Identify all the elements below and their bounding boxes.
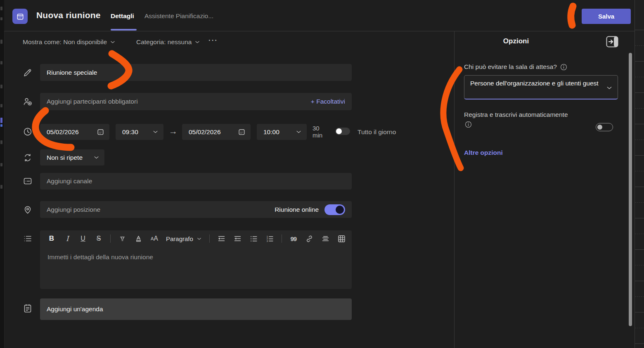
bold-button[interactable]: B: [47, 234, 56, 244]
description-editor[interactable]: B I U S AA Paragrafo: [40, 230, 352, 289]
chevron-down-icon: [606, 85, 613, 91]
toggle-knob: [336, 128, 342, 134]
calendar-gridline: [635, 296, 644, 297]
annotation-paren-options: [443, 69, 461, 168]
calendar-gridline: [635, 218, 644, 218]
calendar-gridline: [635, 281, 644, 281]
all-day-label: Tutto il giorno: [358, 128, 396, 136]
add-location-input[interactable]: Aggiungi posizione Riunione online: [40, 201, 352, 218]
description-placeholder: Immetti i dettagli della nuova riunione: [47, 253, 153, 261]
clipped-app-rail: [0, 0, 5, 348]
calendar-gridline: [635, 155, 644, 156]
start-time-picker[interactable]: 09:30: [116, 124, 163, 140]
calendar-gridline: [635, 92, 644, 93]
duration-label: 30 min: [313, 125, 322, 139]
link-icon[interactable]: [305, 234, 314, 244]
end-date-picker[interactable]: 05/02/2026: [182, 124, 251, 140]
optional-participants-link[interactable]: + Facoltativi: [311, 98, 345, 105]
teams-new-meeting-window: Nuova riunione Dettagli Assistente Piani…: [0, 0, 644, 348]
pencil-icon: [23, 68, 33, 78]
date-range-arrow: →: [169, 126, 178, 136]
record-transcribe-label: Registra e trascrivi automaticamente: [464, 111, 588, 118]
calendar-gridline: [635, 343, 644, 344]
insert-table-button[interactable]: [337, 234, 346, 244]
outdent-button[interactable]: [217, 234, 226, 244]
tab-dettagli[interactable]: Dettagli: [111, 12, 134, 20]
participants-placeholder: Aggiungi partecipanti obbligatori: [47, 98, 138, 105]
recurrence-dropdown[interactable]: Non si ripete: [40, 149, 104, 166]
align-button[interactable]: [321, 234, 330, 244]
chevron-down-icon: [197, 236, 202, 241]
background-calendar-sliver: [635, 0, 644, 348]
close-pane-icon[interactable]: [606, 36, 618, 47]
rich-text-toolbar: B I U S AA Paragrafo: [40, 230, 352, 247]
show-as-dropdown[interactable]: Mostra come: Non disponibile: [23, 38, 116, 46]
start-date-picker[interactable]: 05/02/2026: [40, 124, 109, 140]
paragraph-style-dropdown[interactable]: Paragrafo: [166, 235, 202, 242]
options-panel-title: Opzioni: [454, 37, 578, 45]
active-tab-indicator: [111, 29, 137, 31]
meeting-title-input[interactable]: Riunione speciale: [40, 64, 352, 81]
calendar-gridline: [635, 265, 644, 265]
highlighter-button[interactable]: [118, 234, 127, 244]
end-time-picker[interactable]: 10:00: [257, 124, 307, 140]
calendar-gridline: [635, 45, 644, 46]
quote-button[interactable]: 99: [289, 234, 298, 244]
vertical-scrollbar[interactable]: [629, 53, 632, 326]
calendar-gridline: [635, 108, 644, 109]
meeting-title-value: Riunione speciale: [47, 69, 97, 76]
online-meeting-toggle[interactable]: [324, 204, 345, 215]
chevron-down-icon: [93, 154, 99, 161]
add-person-icon: [23, 97, 33, 107]
strikethrough-button[interactable]: S: [95, 234, 103, 244]
clock-icon: [23, 127, 33, 137]
indent-button[interactable]: [233, 234, 242, 244]
channel-icon: [23, 176, 33, 186]
online-meeting-label: Riunione online: [275, 206, 319, 213]
category-dropdown[interactable]: Categoria: nessuna: [136, 38, 200, 46]
chevron-down-icon: [194, 39, 200, 45]
toolbar-divider: [282, 234, 282, 243]
info-icon[interactable]: [560, 64, 567, 71]
lobby-bypass-dropdown[interactable]: Persone dell'organizzazione e gli utenti…: [464, 75, 618, 99]
chevron-down-icon: [152, 129, 159, 135]
font-color-button[interactable]: [134, 234, 143, 244]
calendar-icon: [238, 128, 246, 136]
details-list-icon: [23, 234, 33, 244]
record-transcribe-toggle[interactable]: [596, 123, 613, 131]
calendar-gridline: [635, 202, 644, 203]
calendar-gridline: [635, 328, 644, 328]
add-agenda-field[interactable]: Aggiungi un'agenda: [40, 298, 352, 320]
calendar-gridline: [635, 249, 644, 250]
calendar-gridline: [635, 187, 644, 187]
toggle-knob: [597, 125, 602, 130]
bulleted-list-button[interactable]: [249, 234, 258, 244]
info-icon[interactable]: [465, 121, 472, 128]
tab-assistente-pianificazione[interactable]: Assistente Pianificazio...: [144, 12, 213, 20]
toggle-knob: [336, 206, 344, 214]
all-day-toggle[interactable]: [335, 128, 350, 135]
calendar-gridline: [635, 234, 644, 234]
calendar-gridline: [635, 124, 644, 124]
agenda-notepad-icon: [23, 303, 33, 313]
chevron-down-icon: [296, 129, 302, 135]
add-channel-input[interactable]: Aggiungi canale: [40, 173, 352, 189]
panel-divider: [454, 31, 455, 348]
save-button[interactable]: Salva: [582, 9, 631, 24]
calendar-icon: [97, 128, 104, 136]
toolbar-divider: [110, 234, 111, 243]
calendar-gridline: [635, 77, 644, 77]
calendar-app-icon: [12, 9, 28, 24]
underline-button[interactable]: U: [79, 234, 87, 244]
more-options-ellipsis[interactable]: ···: [208, 36, 218, 45]
more-options-link[interactable]: Altre opzioni: [464, 149, 503, 156]
calendar-gridline: [635, 61, 644, 62]
font-size-button[interactable]: AA: [150, 234, 159, 244]
italic-button[interactable]: I: [63, 234, 71, 244]
svg-text:3: 3: [267, 239, 268, 242]
location-pin-icon: [23, 205, 33, 215]
repeat-icon: [23, 153, 33, 163]
calendar-gridline: [635, 140, 644, 140]
required-participants-input[interactable]: Aggiungi partecipanti obbligatori + Faco…: [40, 93, 352, 110]
numbered-list-button[interactable]: 1 2 3: [265, 234, 274, 244]
